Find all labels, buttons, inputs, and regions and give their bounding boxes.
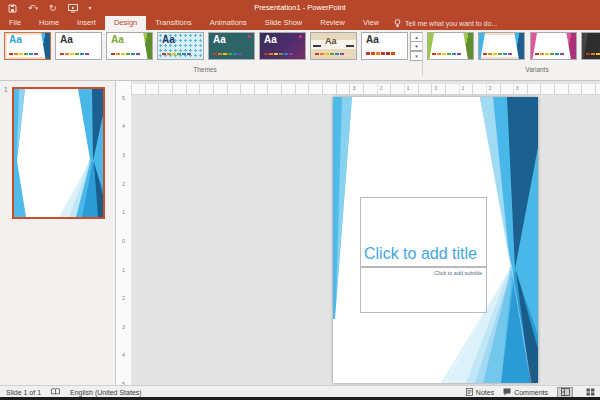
tab-view[interactable]: View bbox=[354, 16, 388, 30]
window-title: Presentation1 - PowerPoint bbox=[254, 3, 345, 12]
ribbon-tabs: File Home Insert Design Transitions Anim… bbox=[0, 16, 600, 30]
facet-wedge bbox=[457, 33, 473, 59]
save-icon[interactable] bbox=[8, 4, 17, 13]
tab-review[interactable]: Review bbox=[311, 16, 354, 30]
theme-color-dashes bbox=[366, 52, 370, 55]
tab-design[interactable]: Design bbox=[105, 16, 146, 30]
redo-icon[interactable]: ↻ bbox=[49, 3, 57, 13]
tab-file[interactable]: File bbox=[0, 16, 30, 30]
quick-access-toolbar: ↶▾ ↻ ▾ bbox=[8, 2, 92, 14]
horizontal-ruler: 3 2 1 0 1 2 3 bbox=[131, 84, 600, 95]
proofing-icon[interactable] bbox=[51, 388, 60, 396]
theme-ion-boardroom[interactable]: Aa bbox=[259, 32, 306, 60]
subtitle-placeholder[interactable]: Click to add subtitle bbox=[360, 267, 487, 313]
slide-thumbnail-panel: 1 bbox=[0, 81, 116, 385]
theme-wisp[interactable]: Aa bbox=[361, 32, 408, 60]
theme-color-dashes bbox=[264, 53, 268, 55]
facet-wedge bbox=[34, 33, 50, 59]
tab-transitions[interactable]: Transitions bbox=[146, 16, 200, 30]
theme-color-dashes bbox=[315, 53, 319, 55]
notes-icon bbox=[466, 388, 473, 396]
variant-dark[interactable] bbox=[581, 32, 600, 60]
titlebar: ↶▾ ↻ ▾ Presentation1 - PowerPoint bbox=[0, 0, 600, 16]
lightbulb-icon bbox=[394, 19, 401, 28]
tab-insert[interactable]: Insert bbox=[68, 16, 105, 30]
variant-blue-selected[interactable] bbox=[478, 32, 525, 60]
powerpoint-window: ↶▾ ↻ ▾ Presentation1 - PowerPoint File H… bbox=[0, 0, 600, 400]
theme-facet-green[interactable]: Aa bbox=[106, 32, 153, 60]
slide-1-thumbnail[interactable] bbox=[12, 87, 105, 219]
theme-color-dashes bbox=[162, 53, 166, 55]
theme-integral[interactable]: Aa bbox=[157, 32, 204, 60]
tab-animations[interactable]: Animations bbox=[201, 16, 256, 30]
themes-group-label: Themes bbox=[150, 66, 260, 73]
slide-number: 1 bbox=[4, 86, 8, 93]
comments-icon bbox=[503, 388, 511, 396]
theme-color-dashes bbox=[9, 53, 13, 55]
undo-dropdown-icon[interactable]: ▾ bbox=[36, 3, 39, 13]
slide-sorter-view-button[interactable] bbox=[582, 387, 598, 398]
facet-wedge bbox=[560, 33, 576, 59]
theme-office[interactable]: Aa bbox=[55, 32, 102, 60]
normal-view-button[interactable] bbox=[557, 387, 573, 398]
normal-view-icon bbox=[561, 388, 570, 396]
accent-dot bbox=[248, 35, 251, 38]
group-divider bbox=[422, 32, 423, 76]
workspace: 1 5 4 3 2 1 0 1 2 3 bbox=[0, 81, 600, 385]
comments-button[interactable]: Comments bbox=[503, 388, 548, 396]
title-placeholder-text: Click to add title bbox=[364, 245, 477, 263]
design-ribbon: Aa Aa Aa Aa Aa Aa Aa Aa ▴ ▾ ▾ Themes Var… bbox=[0, 30, 600, 81]
variant-color-dashes bbox=[483, 53, 487, 55]
theme-organic[interactable]: Aa bbox=[310, 32, 357, 60]
facet-wedge bbox=[136, 33, 152, 59]
vertical-ruler: 5 4 3 2 1 0 1 2 3 4 5 bbox=[116, 81, 132, 385]
theme-color-dashes bbox=[111, 53, 115, 55]
tell-me-box[interactable]: Tell me what you want to do... bbox=[388, 16, 497, 30]
customize-qat-icon[interactable]: ▾ bbox=[89, 3, 92, 13]
tab-slideshow[interactable]: Slide Show bbox=[256, 16, 312, 30]
slide-counter: Slide 1 of 1 bbox=[6, 389, 41, 396]
accent-dot bbox=[299, 35, 302, 38]
theme-ion[interactable]: Aa bbox=[208, 32, 255, 60]
slide-editing-area[interactable]: Click to add title Click to add subtitle bbox=[333, 97, 538, 383]
variant-color-dashes bbox=[432, 53, 436, 55]
undo-icon[interactable]: ↶▾ bbox=[28, 3, 38, 13]
notes-button[interactable]: Notes bbox=[466, 388, 494, 396]
facet-wedge bbox=[508, 33, 524, 59]
tab-home[interactable]: Home bbox=[30, 16, 68, 30]
theme-color-dashes bbox=[213, 53, 217, 55]
variant-green[interactable] bbox=[427, 32, 474, 60]
variants-group-label: Variants bbox=[482, 66, 592, 73]
title-placeholder[interactable]: Click to add title bbox=[360, 197, 487, 267]
variant-color-dashes bbox=[586, 53, 590, 55]
variant-color-dashes bbox=[535, 53, 539, 55]
facet-theme-art bbox=[14, 89, 103, 217]
editing-canvas: 3 2 1 0 1 2 3 bbox=[131, 81, 600, 385]
slide-sorter-icon bbox=[586, 388, 595, 396]
language-status[interactable]: English (United States) bbox=[70, 389, 142, 396]
start-slideshow-icon[interactable] bbox=[68, 4, 78, 13]
subtitle-placeholder-text: Click to add subtitle bbox=[434, 270, 482, 276]
theme-color-dashes bbox=[60, 53, 64, 55]
variant-pink[interactable] bbox=[530, 32, 577, 60]
theme-facet-blue-current[interactable]: Aa bbox=[4, 32, 51, 60]
